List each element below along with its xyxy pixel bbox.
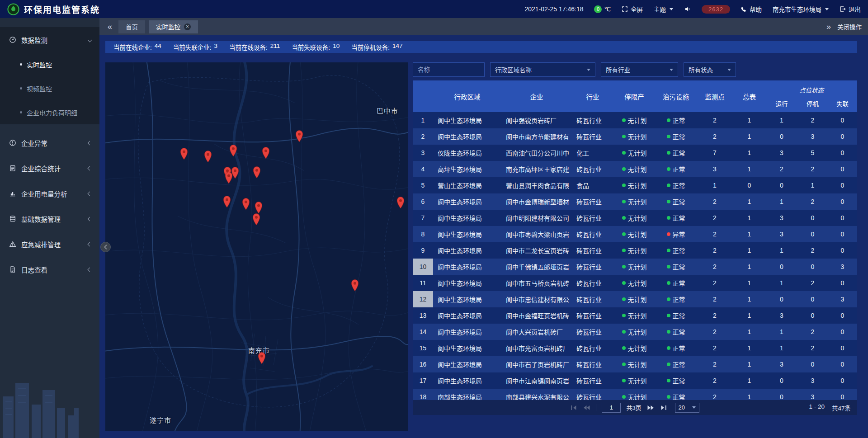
table-row[interactable]: 7阆中生态环境局阆中明阳建材有限公司砖瓦行业无计划正常21300 [413,210,857,226]
sidebar-subitem-realtime-monitor[interactable]: 实时监控 [0,52,99,76]
cell-meters: 1 [733,226,766,242]
page-size-select[interactable]: 20 [675,403,699,413]
table-row[interactable]: 8阆中生态环境局阆中市枣碧大梁山页岩砖瓦行业无计划异常21300 [413,226,857,242]
bullet-icon [20,63,22,66]
table-row[interactable]: 5营山生态环境局营山县润丰肉食品有限食品无计划正常10010 [413,177,857,193]
sidebar-subitem-power-load-detail[interactable]: 企业电力负荷明细 [0,100,99,124]
map-pin[interactable] [231,166,240,181]
first-page-button[interactable] [571,405,577,410]
chevron-down-icon [88,38,92,42]
map-pin[interactable] [222,195,231,210]
help-button[interactable]: 帮助 [741,5,762,14]
chevron-down-icon [825,8,829,10]
sidebar-item-data-monitoring[interactable]: 数据监测 [0,27,99,52]
table-row[interactable]: 10阆中生态环境局阆中千佛镇五郎垭页岩砖瓦行业无计划正常21003 [413,259,857,275]
map-pin[interactable] [396,196,405,211]
map-pin[interactable] [229,144,238,159]
column-header: 治污设施 [655,80,697,112]
sidebar-item-log-view[interactable]: 日志查看 [0,257,99,282]
cell-industry: 砖瓦行业 [572,259,613,275]
row-index: 12 [413,291,433,307]
sidebar-item-company-abnormal[interactable]: 企业异常 [0,130,99,155]
filter-bar: 行政区域名称 所有行业 所有状态 [413,62,857,77]
status-filter-select[interactable]: 所有状态 [684,62,736,77]
map-pin[interactable] [252,166,261,180]
scroll-tabs-right-button[interactable]: » [825,23,833,31]
table-row[interactable]: 4高坪生态环境局南充市高坪区王家店建砖瓦行业无计划正常31220 [413,161,857,177]
cell-offline: 0 [828,145,857,161]
cell-offline: 0 [828,372,857,389]
sidebar-subitem-video-monitor[interactable]: 视频监控 [0,76,99,100]
org-dropdown[interactable]: 南充市生态环境局 [773,5,829,14]
table-row[interactable]: 14阆中生态环境局阆中大兴页岩机砖厂砖瓦行业无计划正常21120 [413,324,857,340]
scroll-tabs-left-button[interactable]: « [106,23,114,31]
prev-page-button[interactable] [583,405,590,410]
map-pin[interactable] [350,279,359,293]
close-operations-button[interactable]: 关闭操作 [837,22,862,31]
sidebar-item-power-usage-analysis[interactable]: 企业用电量分析 [0,181,99,206]
region-filter-select[interactable]: 行政区域名称 [490,62,595,77]
fullscreen-button[interactable]: 全屏 [622,5,643,14]
cell-company: 阆中市忠信建材有限公 [501,291,572,307]
cell-limit-production: 无计划 [613,307,655,324]
cell-limit-production: 无计划 [613,372,655,389]
table-header: 行政区域企业行业停限产治污设施监测点总表点位状态运行停机失联 [413,80,857,112]
cell-running: 1 [766,193,797,210]
stat-value: 3 [214,42,218,52]
map-pin[interactable] [241,198,250,212]
cell-stopped: 2 [797,161,828,177]
sidebar-item-base-data-management[interactable]: 基础数据管理 [0,206,99,231]
map-pin[interactable] [203,150,212,165]
table-row[interactable]: 15阆中生态环境局阆中市光富页岩机砖厂砖瓦行业无计划正常21120 [413,340,857,356]
table-row[interactable]: 11阆中生态环境局阆中市五马桥页岩机砖砖瓦行业无计划正常21120 [413,275,857,291]
theme-dropdown[interactable]: 主题 [654,5,673,14]
sidebar-item-emergency-reduction[interactable]: 应急减排管理 [0,231,99,257]
map-pin[interactable] [179,147,189,162]
next-page-button[interactable] [647,405,655,410]
table-row[interactable]: 16阆中生态环境局阆中市石子页岩机砖厂砖瓦行业无计划正常21300 [413,356,857,372]
status-dot-icon [667,379,670,382]
table-row[interactable]: 13阆中生态环境局阆中市金福旺页岩机砖砖瓦行业无计划正常21300 [413,307,857,324]
table-row[interactable]: 6阆中生态环境局阆中市金博瑞新型墙材砖瓦行业无计划正常21120 [413,193,857,210]
cell-limit-production: 无计划 [613,389,655,400]
cell-industry: 砖瓦行业 [572,161,613,177]
tab-close-icon[interactable]: × [184,24,191,30]
table-row[interactable]: 12阆中生态环境局阆中市忠信建材有限公砖瓦行业无计划正常21003 [413,291,857,307]
cell-limit-production: 无计划 [613,356,655,372]
stat-item: 当前失联设备:10 [292,42,340,52]
cell-meters: 1 [733,372,766,389]
logout-button[interactable]: 退出 [840,5,861,14]
cell-region: 仪陇生态环境局 [433,145,501,161]
map-pin[interactable] [295,130,304,144]
page-number-input[interactable] [602,403,621,413]
chevron-down-icon [670,69,673,71]
cell-monitor-points: 2 [697,389,733,400]
table-row[interactable]: 1阆中生态环境局阆中强锐页岩砖厂砖瓦行业无计划正常21120 [413,112,857,128]
row-index: 5 [413,177,433,193]
industry-filter-select[interactable]: 所有行业 [601,62,678,77]
table-row[interactable]: 9阆中生态环境局阆中市二龙长宝页岩砖砖瓦行业无计划正常21120 [413,242,857,259]
cell-offline: 0 [828,128,857,145]
tab-home[interactable]: 首页 [118,20,145,33]
last-page-button[interactable] [660,405,667,410]
tab-realtime-monitor[interactable]: 实时监控× [149,20,198,33]
status-dot-icon [622,346,626,350]
cell-monitor-points: 2 [697,226,733,242]
sound-button[interactable] [684,6,691,12]
table-row[interactable]: 17阆中生态环境局阆中市江南镇阆南页岩砖瓦行业无计划正常21030 [413,372,857,389]
map-pin[interactable] [257,352,266,366]
table-body: 1阆中生态环境局阆中强锐页岩砖厂砖瓦行业无计划正常211202阆中生态环境局阆中… [413,112,857,400]
sidebar-item-company-statistics[interactable]: 企业综合统计 [0,155,99,181]
map-canvas[interactable]: 巴中市南充市遂宁市 [105,62,408,431]
map-pin[interactable] [261,146,270,161]
cell-region: 营山生态环境局 [433,177,501,193]
status-dot-icon [667,281,670,285]
name-filter-input[interactable] [413,62,485,77]
table-row[interactable]: 18南部生态环境局南部县建兴水泥有限公砖瓦行业无计划正常21030 [413,389,857,400]
alarm-count-badge[interactable]: 2632 [702,5,730,14]
column-header: 行政区域 [433,80,501,112]
map-pin[interactable] [252,213,261,227]
table-row[interactable]: 2阆中生态环境局阆中市南方节能建材有砖瓦行业无计划正常21030 [413,128,857,145]
status-dot-icon [622,379,626,382]
table-row[interactable]: 3仪陇生态环境局西南油气田分公司川中化工无计划正常71350 [413,145,857,161]
